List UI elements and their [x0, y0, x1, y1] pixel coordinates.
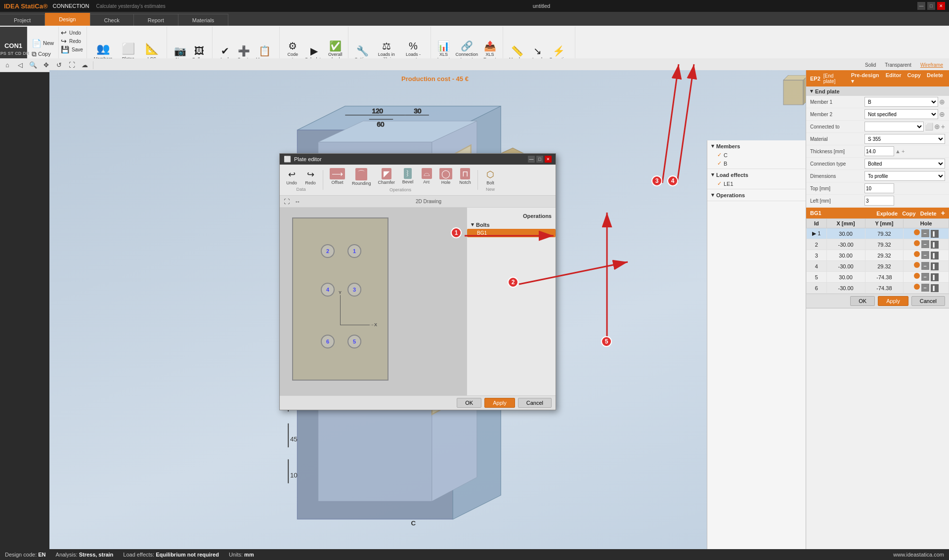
member1-locate-icon[interactable]: ⊕: [939, 98, 945, 106]
editor-button[interactable]: Editor: [884, 72, 904, 85]
dimensions-select[interactable]: To profile: [864, 171, 945, 181]
pe-bevel-button[interactable]: ⧘ Bevel: [399, 167, 417, 187]
material-select[interactable]: S 355: [864, 134, 945, 144]
bolt-5-action[interactable]: ▌: [931, 273, 939, 281]
connected-locate-icon[interactable]: ⊕: [934, 123, 940, 130]
bolt-2-action[interactable]: ▌: [931, 241, 939, 249]
tab-design[interactable]: Design: [45, 13, 90, 26]
bolt-4-minus[interactable]: –: [921, 262, 929, 270]
bolt-1-minus[interactable]: –: [921, 229, 929, 237]
left-input[interactable]: [864, 196, 894, 206]
plate-editor-minimize[interactable]: —: [528, 156, 535, 163]
minimize-button[interactable]: —: [917, 2, 925, 10]
tab-project[interactable]: Project: [0, 14, 45, 26]
tab-materials[interactable]: Materials: [178, 14, 229, 26]
member1-select[interactable]: B: [864, 97, 938, 107]
close-button[interactable]: ✕: [937, 2, 945, 10]
plate-editor-ribbon: ↩ Undo ↪ Redo Data ⟶ Offset ⌒ Round: [280, 165, 556, 196]
bolt-2-minus[interactable]: –: [921, 240, 929, 248]
pe-undo-button[interactable]: ↩ Undo: [283, 168, 301, 187]
rotate-button[interactable]: ↺: [53, 60, 64, 71]
thickness-up-icon[interactable]: ▲: [895, 148, 901, 154]
bolt-row-6[interactable]: 6 -30.00 -74.38 – ▌: [807, 283, 949, 294]
pe-bolt-button[interactable]: ⬡ Bolt: [481, 168, 499, 187]
top-input[interactable]: [864, 183, 894, 193]
load-effects-tree-header[interactable]: ▾ Load effects: [709, 170, 804, 179]
pe-apply-button[interactable]: Apply: [484, 398, 515, 408]
connection-type-select[interactable]: Bolted: [864, 159, 945, 169]
website-link[interactable]: www.ideastatica.com: [893, 552, 944, 558]
bg1-item[interactable]: BG1: [467, 229, 556, 237]
bolt-row-3[interactable]: 3 30.00 29.32 – ▌: [807, 250, 949, 261]
top-value: [864, 183, 945, 193]
explode-button[interactable]: Explode: [876, 211, 898, 216]
plate-editor-maximize[interactable]: □: [536, 156, 543, 163]
pan-button[interactable]: ✥: [41, 60, 51, 71]
pre-design-button[interactable]: Pre-design ▾: [849, 72, 882, 85]
delete-bg-button[interactable]: Delete: [920, 211, 937, 216]
bolt-ok-button[interactable]: OK: [850, 296, 875, 306]
connected-to-select[interactable]: [864, 122, 924, 131]
connected-plate-icon[interactable]: ⬜: [925, 123, 933, 130]
bolt-3-action[interactable]: ▌: [931, 252, 939, 259]
pe-arc-button[interactable]: ⌓ Arc: [418, 167, 435, 187]
zoom-button[interactable]: 🔍: [28, 60, 39, 71]
bolt-1-action[interactable]: ▌: [931, 230, 939, 238]
wireframe-view-button[interactable]: Wireframe: [916, 61, 947, 69]
operations-tree-header[interactable]: ▾ Operations: [709, 190, 804, 200]
bolt-6-minus[interactable]: –: [921, 284, 929, 292]
home-view-button[interactable]: ⌂: [2, 60, 13, 71]
delete-ep-button[interactable]: Delete: [925, 72, 945, 85]
plate-canvas-area[interactable]: 2 1 4 3 6 5 Y →X: [280, 208, 467, 395]
pe-expand-button[interactable]: ↔: [293, 197, 302, 207]
view-extra-button[interactable]: ☁: [79, 60, 90, 71]
copy-button[interactable]: ⧉ Copy: [30, 49, 55, 59]
load-effects-tree-label: Load effects: [716, 172, 748, 178]
tab-check[interactable]: Check: [90, 14, 134, 26]
bolt-6-action[interactable]: ▌: [931, 284, 939, 292]
bolt-5-minus[interactable]: –: [921, 273, 929, 281]
copy-ep-button[interactable]: Copy: [905, 72, 923, 85]
pe-ok-button[interactable]: OK: [457, 398, 481, 408]
pe-redo-button[interactable]: ↪ Redo: [302, 168, 319, 187]
tab-report[interactable]: Report: [134, 14, 178, 26]
thickness-down-icon[interactable]: +: [902, 148, 905, 154]
pe-hole-button[interactable]: ◯ Hole: [436, 167, 455, 187]
bolt-row-2[interactable]: 2 -30.00 79.32 – ▌: [807, 239, 949, 250]
members-tree-header[interactable]: ▾ Members: [709, 141, 804, 151]
transparent-view-button[interactable]: Transparent: [881, 61, 915, 69]
maximize-button[interactable]: □: [927, 2, 935, 10]
pe-cancel-button[interactable]: Cancel: [518, 398, 552, 408]
bolt-3-minus[interactable]: –: [921, 251, 929, 259]
connected-add-icon[interactable]: +: [941, 123, 945, 130]
bolt-4-action[interactable]: ▌: [931, 262, 939, 270]
thickness-input[interactable]: [864, 146, 894, 156]
end-plate-section-header[interactable]: ▾ End plate: [806, 86, 949, 96]
bolt-apply-button[interactable]: Apply: [878, 296, 908, 306]
pe-rounding-button[interactable]: ⌒ Rounding: [349, 167, 374, 187]
plate-editor-close[interactable]: ✕: [545, 156, 552, 163]
fit-button[interactable]: ⛶: [66, 60, 77, 71]
solid-view-button[interactable]: Solid: [861, 61, 880, 69]
redo-button[interactable]: Redo: [68, 38, 83, 44]
bolt-row-4[interactable]: 4 -30.00 29.32 – ▌: [807, 261, 949, 272]
new-button[interactable]: 📄 New: [30, 38, 55, 48]
member2-locate-icon[interactable]: ⊕: [939, 110, 945, 118]
le1-item[interactable]: ✓ LE1: [709, 179, 804, 188]
pe-zoom-fit-button[interactable]: ⛶: [282, 197, 292, 207]
member2-select[interactable]: Not specified: [864, 109, 938, 119]
bolt-row-5[interactable]: 5 30.00 -74.38 – ▌: [807, 272, 949, 283]
copy-bg-button[interactable]: Copy: [902, 211, 916, 216]
pe-notch-button[interactable]: ⊓ Notch: [456, 167, 474, 187]
bolts-section-header[interactable]: ▾ Bolts: [467, 220, 556, 229]
pe-offset-button[interactable]: ⟶ Offset: [327, 167, 348, 187]
undo-view-button[interactable]: ◁: [15, 60, 26, 71]
pe-chamfer-button[interactable]: ◤ Chamfer: [375, 167, 398, 187]
bolt-row-1[interactable]: ▶ 1 30.00 79.32 – ▌: [807, 228, 949, 239]
save-button[interactable]: Save: [70, 46, 85, 53]
add-row-button[interactable]: +: [941, 209, 945, 217]
bolt-cancel-button[interactable]: Cancel: [911, 296, 945, 306]
undo-button[interactable]: Undo: [68, 30, 83, 36]
member-b-item[interactable]: ✓ B: [709, 159, 804, 168]
member-c-item[interactable]: ✓ C: [709, 151, 804, 159]
